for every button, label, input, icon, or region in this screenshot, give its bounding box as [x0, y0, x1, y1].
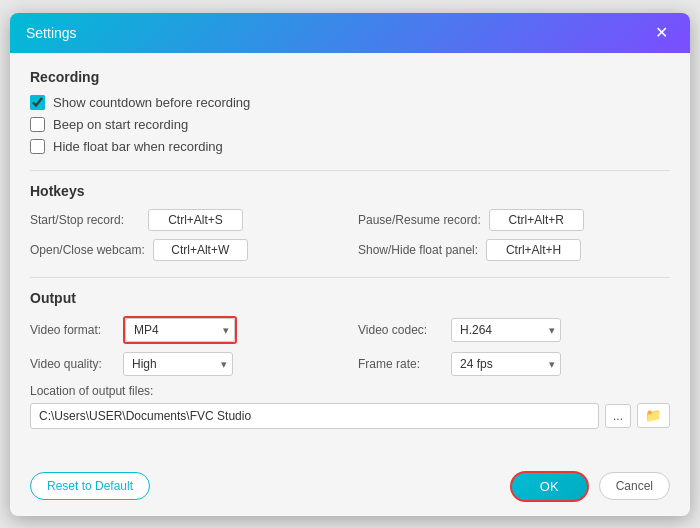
- hotkeys-grid: Start/Stop record: Pause/Resume record: …: [30, 209, 670, 261]
- pauseresume-label: Pause/Resume record:: [358, 213, 481, 227]
- location-label: Location of output files:: [30, 384, 670, 398]
- floatbar-checkbox[interactable]: [30, 139, 45, 154]
- title-bar: Settings ✕: [10, 13, 690, 53]
- hotkey-row-floatpanel: Show/Hide float panel:: [358, 239, 670, 261]
- video-codec-wrapper: H.264 H.265 MPEG-4: [451, 318, 561, 342]
- checkbox-row-beep: Beep on start recording: [30, 117, 670, 132]
- divider-2: [30, 277, 670, 278]
- webcam-input[interactable]: [153, 239, 248, 261]
- beep-checkbox[interactable]: [30, 117, 45, 132]
- frame-rate-select[interactable]: 24 fps 30 fps 60 fps: [451, 352, 561, 376]
- hotkeys-title: Hotkeys: [30, 183, 670, 199]
- folder-icon: 📁: [645, 408, 662, 423]
- webcam-label: Open/Close webcam:: [30, 243, 145, 257]
- hotkey-row-startstop: Start/Stop record:: [30, 209, 342, 231]
- floatpanel-input[interactable]: [486, 239, 581, 261]
- pauseresume-input[interactable]: [489, 209, 584, 231]
- video-format-row: Video format: MP4 AVI MOV FLV MKV: [30, 316, 342, 344]
- recording-section: Recording Show countdown before recordin…: [30, 69, 670, 154]
- output-grid: Video format: MP4 AVI MOV FLV MKV Video …: [30, 316, 670, 376]
- video-format-label: Video format:: [30, 323, 115, 337]
- checkbox-row-countdown: Show countdown before recording: [30, 95, 670, 110]
- checkbox-row-floatbar: Hide float bar when recording: [30, 139, 670, 154]
- video-codec-label: Video codec:: [358, 323, 443, 337]
- frame-rate-row: Frame rate: 24 fps 30 fps 60 fps: [358, 352, 670, 376]
- output-section: Output Video format: MP4 AVI MOV FLV MKV: [30, 290, 670, 429]
- recording-title: Recording: [30, 69, 670, 85]
- frame-rate-wrapper: 24 fps 30 fps 60 fps: [451, 352, 561, 376]
- location-row: ... 📁: [30, 403, 670, 429]
- ok-button[interactable]: OK: [510, 471, 589, 502]
- hotkey-row-webcam: Open/Close webcam:: [30, 239, 342, 261]
- content-area: Recording Show countdown before recordin…: [10, 53, 690, 461]
- startstop-input[interactable]: [148, 209, 243, 231]
- video-format-select[interactable]: MP4 AVI MOV FLV MKV: [125, 318, 235, 342]
- video-quality-label: Video quality:: [30, 357, 115, 371]
- countdown-label: Show countdown before recording: [53, 95, 250, 110]
- output-title: Output: [30, 290, 670, 306]
- floatpanel-label: Show/Hide float panel:: [358, 243, 478, 257]
- video-quality-wrapper: High Medium Low: [123, 352, 233, 376]
- dialog-title: Settings: [26, 25, 77, 41]
- hotkey-row-pauseresume: Pause/Resume record:: [358, 209, 670, 231]
- location-dots-button[interactable]: ...: [605, 404, 631, 428]
- startstop-label: Start/Stop record:: [30, 213, 140, 227]
- cancel-button[interactable]: Cancel: [599, 472, 670, 500]
- divider-1: [30, 170, 670, 171]
- footer-right: OK Cancel: [510, 471, 670, 502]
- video-quality-select[interactable]: High Medium Low: [123, 352, 233, 376]
- footer: Reset to Default OK Cancel: [10, 461, 690, 516]
- frame-rate-label: Frame rate:: [358, 357, 443, 371]
- video-format-wrapper: MP4 AVI MOV FLV MKV: [123, 316, 237, 344]
- settings-dialog: Settings ✕ Recording Show countdown befo…: [10, 13, 690, 516]
- countdown-checkbox[interactable]: [30, 95, 45, 110]
- reset-button[interactable]: Reset to Default: [30, 472, 150, 500]
- beep-label: Beep on start recording: [53, 117, 188, 132]
- floatbar-label: Hide float bar when recording: [53, 139, 223, 154]
- close-button[interactable]: ✕: [649, 23, 674, 43]
- location-input[interactable]: [30, 403, 599, 429]
- location-folder-button[interactable]: 📁: [637, 403, 670, 428]
- video-codec-select[interactable]: H.264 H.265 MPEG-4: [451, 318, 561, 342]
- video-quality-row: Video quality: High Medium Low: [30, 352, 342, 376]
- hotkeys-section: Hotkeys Start/Stop record: Pause/Resume …: [30, 183, 670, 261]
- video-codec-row: Video codec: H.264 H.265 MPEG-4: [358, 316, 670, 344]
